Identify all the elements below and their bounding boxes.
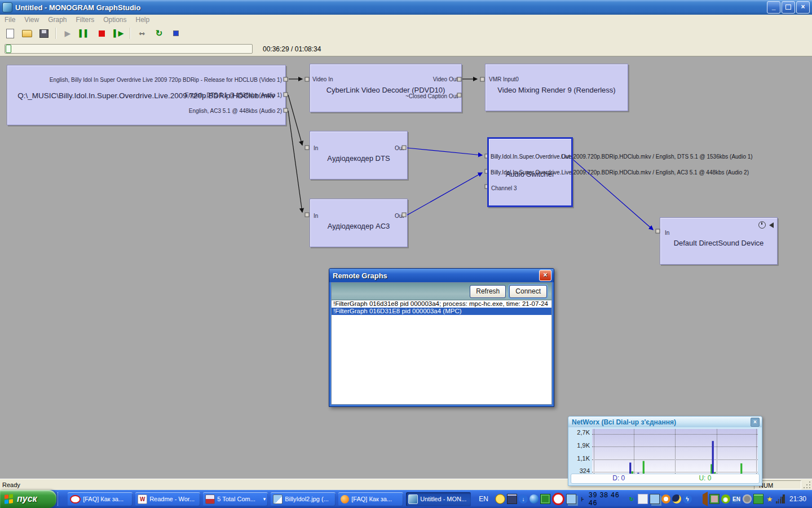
networx-close-button[interactable]: ×: [751, 418, 760, 427]
lightning-icon[interactable]: ϟ: [683, 494, 692, 503]
traffic-chart: [592, 429, 758, 477]
seek-thumb[interactable]: [6, 45, 11, 53]
signal-meter-icon[interactable]: ⊦: [578, 494, 587, 503]
filter-node-directsound[interactable]: In Default DirectSound Device: [660, 217, 778, 265]
camera-icon[interactable]: [743, 494, 752, 503]
networx-window[interactable]: NetWorx (Всі Dial-up з'єднання) × 2,7K 1…: [568, 416, 762, 486]
y-axis-label: 1,1K: [571, 455, 590, 462]
menu-bar: File View Graph Filters Options Help: [0, 15, 812, 25]
traffic-grid-icon[interactable]: [540, 494, 550, 504]
switcher-input2-label: Billy.Idol.In.Super.Overdrive.Live.2009.…: [491, 169, 749, 176]
toolbar-separator: [55, 28, 56, 39]
volume-bars-icon[interactable]: [776, 494, 785, 503]
menu-view[interactable]: View: [20, 16, 43, 24]
firefox-icon: [341, 495, 349, 503]
gear-icon[interactable]: [661, 494, 670, 503]
resize-grip[interactable]: [802, 480, 811, 489]
new-document-icon[interactable]: [5, 28, 16, 38]
network-activity-icon[interactable]: [709, 494, 720, 504]
pin-label-video-out: Video Out: [433, 76, 458, 82]
refresh-button[interactable]: Refresh: [470, 285, 506, 298]
image-viewer-icon: [273, 494, 283, 504]
graphstudio-app-icon: [2, 2, 12, 12]
dialog-close-button[interactable]: ×: [539, 270, 551, 281]
refresh-icon[interactable]: ↻: [153, 28, 165, 38]
windows-logo-icon: [5, 494, 14, 504]
moon-icon[interactable]: [672, 494, 681, 503]
language-en-tray-icon[interactable]: EN: [732, 494, 741, 503]
wand-icon[interactable]: ★: [765, 494, 774, 503]
taskbar-button-image[interactable]: BillyIdol2.jpg (...: [271, 492, 336, 506]
opera-icon: [70, 495, 81, 503]
node-icons: [758, 221, 774, 229]
filter-node-dts-decoder[interactable]: In Out Аудіодекодер DTS: [310, 131, 408, 179]
menu-graph[interactable]: Graph: [43, 16, 71, 24]
connect-button[interactable]: Connect: [509, 285, 547, 298]
remote-graphs-titlebar[interactable]: Remote Graphs ×: [329, 269, 554, 282]
taskbar-button-opera[interactable]: [FAQ] Как за...: [68, 492, 133, 506]
media-player-icon[interactable]: [507, 494, 517, 504]
remote-graphs-dialog[interactable]: Remote Graphs × Refresh Connect !FilterG…: [329, 268, 554, 407]
stop-icon[interactable]: [96, 28, 107, 38]
opera-tray-icon[interactable]: [552, 493, 564, 505]
sync-icon[interactable]: ↻: [627, 494, 636, 503]
menu-options[interactable]: Options: [99, 16, 131, 24]
play-icon[interactable]: ▶: [62, 28, 73, 38]
pin-label-in: In: [665, 230, 669, 236]
volume-icon[interactable]: [694, 492, 708, 506]
filter-node-source[interactable]: English, Billy Idol In Super Overdrive L…: [7, 65, 286, 125]
menu-filters[interactable]: Filters: [72, 16, 99, 24]
pin-label-in: In: [314, 145, 318, 151]
quick-launch-separator: [58, 492, 64, 506]
save-icon[interactable]: [38, 28, 50, 38]
blank-icon[interactable]: [638, 494, 648, 504]
remote-graphs-title: Remote Graphs: [333, 271, 387, 280]
filter-node-video-decoder[interactable]: Video In Video Out CyberLink Video Decod…: [310, 64, 462, 112]
nvidia-icon[interactable]: ◉: [721, 494, 730, 503]
desktop: { "window": {"title": "Untitled - MONOGR…: [0, 0, 812, 508]
networx-titlebar[interactable]: NetWorx (Всі Dial-up з'єднання) ×: [568, 417, 762, 427]
pin-label-in: In: [314, 213, 318, 219]
network-icon[interactable]: [566, 494, 576, 504]
pause-icon[interactable]: ▌▌: [79, 28, 90, 38]
minimize-button[interactable]: _: [767, 1, 780, 14]
traffic-spikes: [592, 429, 758, 477]
pin-label-audio2: English, AC3 5.1 @ 448kbs (Audio 2): [189, 108, 282, 114]
speaker-icon: [769, 222, 774, 228]
remote-graph-row-selected[interactable]: !FilterGraph 016D31E8 pid 000003a4 (MPC): [332, 308, 551, 315]
step-icon[interactable]: ▌▶: [113, 28, 124, 38]
route-icon[interactable]: ⇿: [136, 28, 148, 38]
taskbar-button-firefox[interactable]: [FAQ] Как за...: [338, 492, 403, 506]
time-display: 00:36:29 / 01:08:34: [263, 45, 321, 53]
close-button[interactable]: ×: [796, 1, 810, 14]
pin-label-video-in: Video In: [312, 76, 333, 82]
download-manager-icon[interactable]: ↓: [519, 494, 528, 503]
start-button[interactable]: пуск: [0, 490, 56, 508]
menu-file[interactable]: File: [0, 16, 20, 24]
taskbar-button-total-commander[interactable]: 5 Total Com... ▾: [203, 492, 268, 506]
window-controls: _ ×: [767, 1, 812, 14]
taskbar-button-word[interactable]: W Readme - Wor...: [135, 492, 200, 506]
remote-graph-row[interactable]: !FilterGraph 016d31e8 pid 000003a4; proc…: [332, 300, 551, 308]
window-title: Untitled - MONOGRAM GraphStudio: [15, 3, 140, 12]
filter-node-vmr9[interactable]: VMR Input0 Video Mixing Render 9 (Render…: [485, 64, 628, 111]
y-axis-label: 2,7K: [571, 429, 590, 436]
globe-icon[interactable]: [529, 494, 539, 503]
open-folder-icon[interactable]: [21, 28, 33, 38]
language-indicator[interactable]: EN: [479, 495, 488, 503]
tray-meter-text: 39 38 46 46: [589, 491, 625, 507]
stopwatch-icon[interactable]: [495, 494, 505, 504]
menu-help[interactable]: Help: [131, 16, 155, 24]
filter-node-ac3-decoder[interactable]: In Out Аудіодекодер AC3: [310, 199, 408, 247]
package-icon[interactable]: [753, 494, 764, 504]
graphstudio-icon: [408, 494, 418, 504]
pin-label-video1: English, Billy Idol In Super Overdrive L…: [50, 77, 282, 83]
clock-icon: [758, 221, 766, 229]
properties-icon[interactable]: [170, 28, 182, 38]
network2-icon[interactable]: [650, 494, 660, 504]
maximize-button[interactable]: [782, 1, 795, 14]
taskbar-button-graphstudio[interactable]: Untitled - MON...: [406, 492, 471, 506]
app-titlebar[interactable]: Untitled - MONOGRAM GraphStudio _ ×: [0, 0, 812, 15]
taskbar: пуск [FAQ] Как за... W Readme - Wor... 5…: [0, 490, 812, 508]
seek-slider[interactable]: [5, 44, 253, 54]
